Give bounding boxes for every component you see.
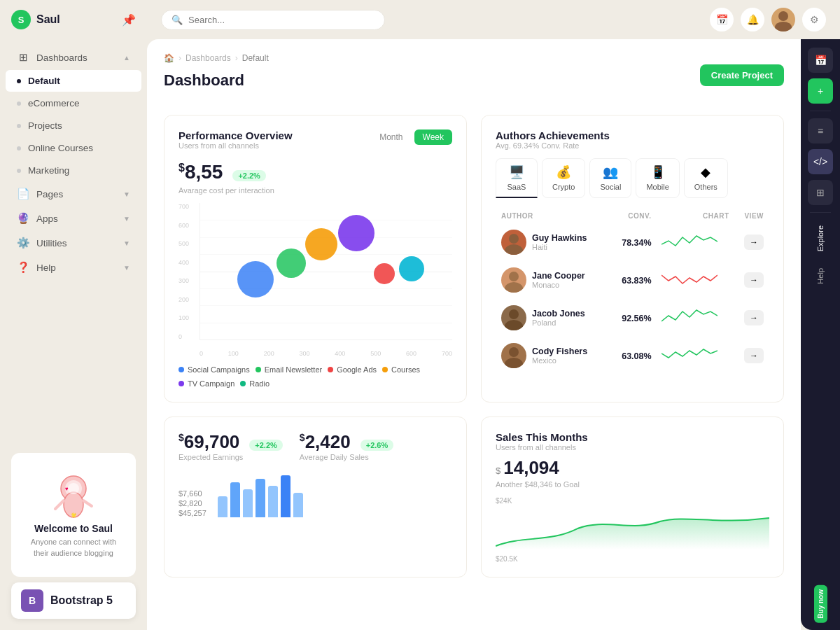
legend-label-google: Google Ads bbox=[337, 365, 377, 374]
create-project-button[interactable]: Create Project bbox=[700, 64, 784, 86]
notifications-icon[interactable]: 🔔 bbox=[741, 8, 764, 31]
y-label-400: 400 bbox=[178, 259, 198, 266]
avatar-jane bbox=[501, 267, 526, 293]
tab-month[interactable]: Month bbox=[371, 130, 411, 145]
author-info: Jane Cooper Monaco bbox=[501, 267, 605, 293]
author-name-cody: Cody Fishers bbox=[532, 346, 587, 356]
legend-radio: Radio bbox=[240, 379, 270, 388]
rs-tab-explore[interactable]: Explore bbox=[813, 218, 827, 258]
dashboard-grid: Performance Overview Users from all chan… bbox=[164, 115, 784, 578]
sidebar-item-apps[interactable]: 🔮 Apps ▼ bbox=[6, 206, 141, 230]
spark-cody bbox=[662, 344, 718, 365]
topbar-right: 📅 🔔 ⚙ bbox=[710, 8, 826, 31]
svg-point-15 bbox=[505, 320, 523, 330]
bubble-courses bbox=[305, 228, 337, 260]
author-country-guy: Haiti bbox=[532, 243, 587, 251]
x-label-300: 300 bbox=[300, 350, 310, 357]
sidebar-item-utilities[interactable]: ⚙️ Utilities ▼ bbox=[6, 231, 141, 255]
sidebar-item-ecommerce[interactable]: eCommerce bbox=[6, 92, 141, 114]
pin-icon[interactable]: 📌 bbox=[122, 13, 136, 27]
utilities-icon: ⚙️ bbox=[17, 237, 29, 249]
sidebar-item-marketing[interactable]: Marketing bbox=[6, 160, 141, 181]
earnings-value: $69,700 bbox=[178, 431, 239, 453]
sales-chart bbox=[496, 507, 769, 550]
social-icon: 👥 bbox=[603, 164, 618, 180]
right-sidebar: 📅 + ≡ </> ⊞ Explore Help Buy now bbox=[801, 39, 840, 630]
view-btn-guy[interactable]: → bbox=[744, 234, 764, 250]
author-tab-others[interactable]: ◆ Others bbox=[684, 158, 728, 198]
search-box[interactable]: 🔍 bbox=[161, 10, 385, 30]
sidebar-logo: S Saul bbox=[11, 10, 60, 29]
sidebar-item-online-courses[interactable]: Online Courses bbox=[6, 137, 141, 159]
bar-6 bbox=[281, 475, 290, 517]
rs-add-icon[interactable]: + bbox=[808, 78, 833, 104]
author-tab-mobile[interactable]: 📱 Mobile bbox=[636, 158, 679, 198]
svg-point-11 bbox=[505, 244, 523, 255]
legend-google: Google Ads bbox=[328, 365, 377, 374]
legend-dot-tv bbox=[178, 381, 184, 386]
perf-tabs: Month Week bbox=[371, 130, 452, 145]
rs-tab-help[interactable]: Help bbox=[813, 261, 827, 291]
conv-jacob: 92.56% bbox=[622, 314, 651, 323]
rs-grid-icon[interactable]: ⊞ bbox=[808, 180, 833, 205]
rs-buy-now-button[interactable]: Buy now bbox=[814, 585, 827, 623]
sidebar-item-projects[interactable]: Projects bbox=[6, 115, 141, 136]
main-area: 🔍 📅 🔔 ⚙ 🏠 › Dashboards › Default D bbox=[147, 0, 840, 630]
sidebar-item-dashboards[interactable]: ⊞ Dashboards ▲ bbox=[6, 46, 141, 69]
rs-calendar-icon[interactable]: 📅 bbox=[808, 48, 833, 73]
nav-dot bbox=[17, 169, 21, 173]
perf-title: Performance Overview bbox=[178, 130, 293, 141]
search-input[interactable] bbox=[188, 15, 374, 25]
saas-label: SaaS bbox=[507, 183, 526, 191]
sidebar-item-help[interactable]: ❓ Help ▼ bbox=[6, 255, 141, 279]
daily-sales-label: Average Daily Sales bbox=[300, 453, 393, 461]
authors-tabs: 🖥️ SaaS 💰 Crypto 👥 Social 📱 bbox=[496, 158, 769, 198]
view-btn-cody[interactable]: → bbox=[744, 348, 764, 363]
conv-cody: 63.08% bbox=[622, 351, 651, 361]
tab-week[interactable]: Week bbox=[414, 130, 452, 145]
user-avatar[interactable] bbox=[771, 8, 795, 31]
author-country-jane: Monaco bbox=[532, 281, 585, 289]
social-label: Social bbox=[600, 183, 621, 191]
others-icon: ◆ bbox=[701, 164, 710, 180]
svg-point-5 bbox=[68, 483, 79, 494]
author-tab-crypto[interactable]: 💰 Crypto bbox=[542, 158, 585, 198]
bar-7 bbox=[293, 493, 303, 517]
conv-guy: 78.34% bbox=[622, 238, 651, 248]
svg-point-10 bbox=[509, 234, 519, 244]
saas-icon: 🖥️ bbox=[509, 164, 524, 180]
pages-icon: 📄 bbox=[17, 188, 29, 200]
view-btn-jacob[interactable]: → bbox=[744, 310, 764, 326]
breadcrumb-home-icon[interactable]: 🏠 bbox=[164, 53, 174, 63]
bar-item-3: $45,257 bbox=[178, 509, 206, 517]
others-label: Others bbox=[694, 183, 718, 191]
x-label-0: 0 bbox=[200, 350, 203, 357]
earnings-label: Expected Earnings bbox=[178, 453, 283, 461]
calendar-icon[interactable]: 📅 bbox=[710, 8, 734, 31]
author-tab-social[interactable]: 👥 Social bbox=[589, 158, 631, 198]
utilities-label: Utilities bbox=[36, 238, 67, 248]
avatar-cody bbox=[501, 343, 526, 368]
sales-value: 14,094 bbox=[503, 457, 559, 479]
col-conv: CONV. bbox=[610, 209, 655, 223]
y-label-0: 0 bbox=[178, 333, 198, 340]
sidebar-item-default[interactable]: Default bbox=[6, 70, 141, 92]
chevron-icon: ▼ bbox=[123, 190, 130, 198]
settings-icon[interactable]: ⚙ bbox=[802, 8, 826, 31]
author-tab-saas[interactable]: 🖥️ SaaS bbox=[496, 158, 538, 198]
sales-y-label-2: $20.5K bbox=[496, 555, 769, 563]
rs-menu-icon[interactable]: ≡ bbox=[808, 118, 833, 144]
breadcrumb-dashboards[interactable]: Dashboards bbox=[186, 53, 231, 63]
spark-jacob bbox=[662, 306, 718, 327]
bootstrap-label: Bootstrap 5 bbox=[50, 594, 113, 607]
author-name-guy: Guy Hawkins bbox=[532, 233, 587, 243]
author-info: Guy Hawkins Haiti bbox=[501, 230, 605, 255]
help-icon: ❓ bbox=[17, 261, 29, 274]
sidebar-item-pages[interactable]: 📄 Pages ▼ bbox=[6, 182, 141, 206]
view-btn-jane[interactable]: → bbox=[744, 272, 764, 288]
col-chart: CHART bbox=[657, 209, 734, 223]
rs-code-icon[interactable]: </> bbox=[808, 149, 833, 174]
svg-point-13 bbox=[505, 282, 523, 293]
x-label-500: 500 bbox=[370, 350, 381, 357]
page-title: Dashboard bbox=[164, 71, 244, 90]
